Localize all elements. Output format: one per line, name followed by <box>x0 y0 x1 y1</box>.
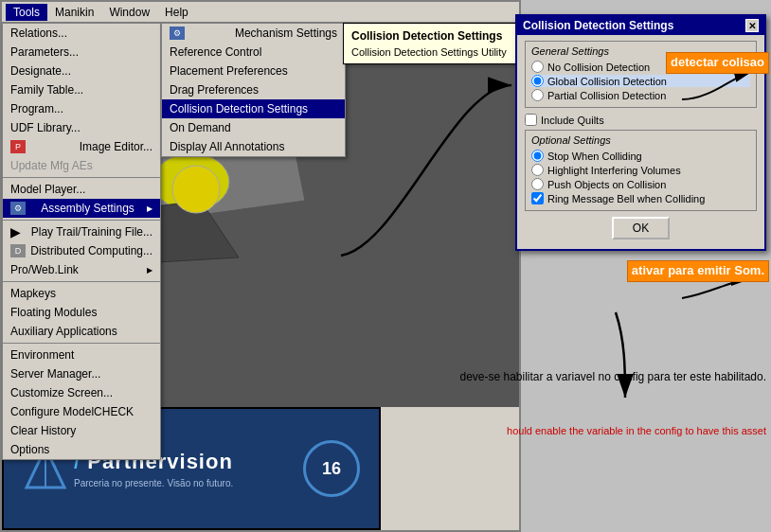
radio-partial-collision[interactable]: Partial Collision Detection <box>531 89 750 101</box>
radio-highlight-input[interactable] <box>531 164 544 176</box>
app-window: Tools Manikin Window Help <box>0 0 521 532</box>
menu-model-player[interactable]: Model Player... <box>3 180 160 199</box>
dialog-title: Collision Detection Settings <box>523 19 673 32</box>
menu-distributed[interactable]: D Distributed Computing... <box>3 241 160 260</box>
separator-2 <box>3 220 160 221</box>
menu-play-trail[interactable]: ▶ Play Trail/Training File... <box>3 222 160 241</box>
radio-highlight-label: Highlight Interfering Volumes <box>547 165 681 176</box>
include-quilts-checkbox[interactable] <box>525 114 537 126</box>
tools-dropdown[interactable]: Relations... Parameters... Designate... … <box>2 23 161 460</box>
menu-manikin[interactable]: Manikin <box>47 4 101 21</box>
radio-stop-when-colliding[interactable]: Stop When Colliding <box>531 150 750 162</box>
svg-point-11 <box>172 166 220 213</box>
include-quilts-label: Include Quilts <box>541 115 604 126</box>
dialog-close-button[interactable]: ✕ <box>745 19 759 32</box>
submenu-placement-preferences[interactable]: Placement Preferences <box>162 62 345 80</box>
submenu-display-all-annotations[interactable]: Display All Annotations <box>162 137 345 156</box>
radio-push-input[interactable] <box>531 178 544 190</box>
menu-designate[interactable]: Designate... <box>3 62 160 80</box>
menu-mapkeys[interactable]: Mapkeys <box>3 284 160 303</box>
menu-image-editor[interactable]: P Image Editor... <box>3 137 160 156</box>
menu-clear-history[interactable]: Clear History <box>3 421 160 440</box>
include-quilts-row[interactable]: Include Quilts <box>525 114 757 126</box>
submenu-reference-control[interactable]: Reference Control <box>162 43 345 62</box>
separator-1 <box>3 177 160 178</box>
optional-settings-section: Optional Settings Stop When Colliding Hi… <box>525 130 757 211</box>
collision-dialog: Collision Detection Settings ✕ General S… <box>515 14 766 251</box>
radio-global-collision-label: Global Collision Detection <box>547 76 667 87</box>
radio-partial-collision-label: Partial Collision Detection <box>547 90 666 101</box>
menu-assembly-settings[interactable]: ⚙ Assembly Settings ▶ <box>3 199 160 218</box>
checkbox-ring-bell-input[interactable] <box>531 192 544 204</box>
menu-udf-library[interactable]: UDF Library... <box>3 118 160 137</box>
separator-4 <box>3 343 160 344</box>
tooltip-title: Collision Detection Settings <box>351 29 514 43</box>
logo-badge: 16 <box>303 440 360 497</box>
menu-bar: Tools Manikin Window Help <box>2 2 519 23</box>
separator-3 <box>3 281 160 282</box>
menu-auxiliary-apps[interactable]: Auxiliary Applications <box>3 322 160 341</box>
radio-highlight-interfering[interactable]: Highlight Interfering Volumes <box>531 164 750 176</box>
annotation-deve: deve-se habilitar a variavel no config p… <box>459 370 766 385</box>
menu-update-mfg: Update Mfg AEs <box>3 156 160 175</box>
radio-no-collision-input[interactable] <box>531 61 544 73</box>
menu-floating-modules[interactable]: Floating Modules <box>3 303 160 322</box>
radio-push-objects[interactable]: Push Objects on Collision <box>531 178 750 190</box>
radio-stop-input[interactable] <box>531 150 544 162</box>
submenu-drag-preferences[interactable]: Drag Preferences <box>162 80 345 99</box>
menu-parameters[interactable]: Parameters... <box>3 43 160 62</box>
dialog-titlebar: Collision Detection Settings ✕ <box>517 16 764 35</box>
general-settings-section: General Settings No Collision Detection … <box>525 41 757 108</box>
radio-push-label: Push Objects on Collision <box>547 179 666 190</box>
menu-environment[interactable]: Environment <box>3 346 160 364</box>
radio-no-collision-label: No Collision Detection <box>547 62 650 73</box>
menu-program[interactable]: Program... <box>3 99 160 118</box>
menu-relations[interactable]: Relations... <box>3 24 160 43</box>
checkbox-ring-bell[interactable]: Ring Message Bell when Colliding <box>531 192 750 204</box>
menu-window[interactable]: Window <box>101 4 157 21</box>
annotation-hould: hould enable the variable in the config … <box>507 424 766 437</box>
menu-family-table[interactable]: Family Table... <box>3 80 160 99</box>
collision-tooltip: Collision Detection Settings Collision D… <box>343 23 523 64</box>
annotation-detectar: detectar colisao <box>666 52 769 74</box>
menu-pro-web-link[interactable]: Pro/Web.Link▶ <box>3 260 160 279</box>
arrow-right: ▶ <box>147 204 152 213</box>
radio-global-collision[interactable]: Global Collision Detection <box>531 75 750 87</box>
submenu-collision-detection[interactable]: Collision Detection Settings <box>162 99 345 118</box>
radio-global-collision-input[interactable] <box>531 75 544 87</box>
menu-help[interactable]: Help <box>157 4 196 21</box>
submenu-on-demand[interactable]: On Demand <box>162 118 345 137</box>
submenu-mechanism-settings[interactable]: ⚙ Mechanism Settings <box>162 24 345 43</box>
menu-customize-screen[interactable]: Customize Screen... <box>3 383 160 402</box>
checkbox-ring-bell-label: Ring Message Bell when Colliding <box>547 193 705 204</box>
optional-settings-title: Optional Settings <box>531 134 750 146</box>
tooltip-body: Collision Detection Settings Utility <box>351 46 514 58</box>
radio-partial-collision-input[interactable] <box>531 89 544 101</box>
menu-options[interactable]: Options <box>3 440 160 459</box>
assembly-submenu[interactable]: ⚙ Mechanism Settings Reference Control P… <box>161 23 346 157</box>
menu-configure-modelcheck[interactable]: Configure ModelCHECK <box>3 402 160 421</box>
logo-subtitle: Parceria no presente. Visão no futuro. <box>74 478 233 488</box>
radio-stop-label: Stop When Colliding <box>547 151 642 162</box>
arrow-right-2: ▶ <box>147 266 152 275</box>
menu-server-manager[interactable]: Server Manager... <box>3 364 160 383</box>
ok-button[interactable]: OK <box>612 217 670 239</box>
menu-tools[interactable]: Tools <box>6 4 47 21</box>
annotation-ativar: ativar para emitir Som. <box>627 260 769 282</box>
